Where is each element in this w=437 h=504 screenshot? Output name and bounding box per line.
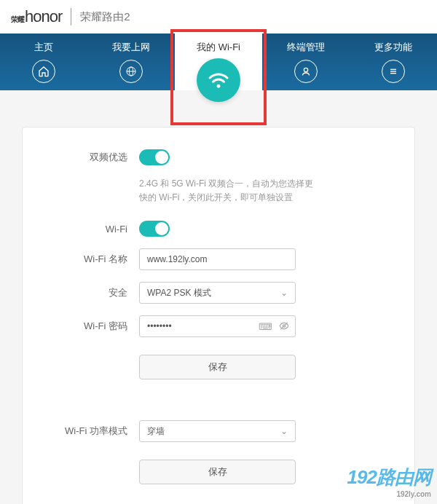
row-save: 保存 [44, 355, 393, 379]
svg-point-4 [304, 68, 307, 71]
product-name: 荣耀路由2 [80, 10, 130, 24]
security-label: 安全 [44, 286, 139, 299]
nav-home[interactable]: 主页 [0, 34, 87, 90]
brand-logo: 荣耀 honor [11, 7, 62, 26]
nav-more[interactable]: 更多功能 [350, 34, 437, 90]
security-select[interactable]: WPA2 PSK 模式 ⌄ [139, 282, 296, 304]
divider [71, 8, 71, 25]
nav-bar: 主页 我要上网 我的 Wi-Fi 终端管理 更多功能 [0, 34, 437, 90]
brand-prefix: 荣耀 [11, 16, 24, 23]
nav-devices[interactable]: 终端管理 [262, 34, 350, 90]
row-save2: 保存 [44, 460, 393, 484]
home-icon [32, 60, 55, 83]
save-button[interactable]: 保存 [139, 355, 296, 379]
user-icon [294, 60, 318, 83]
save-button-2[interactable]: 保存 [139, 460, 296, 484]
globe-icon [119, 60, 143, 83]
nav-devices-label: 终端管理 [287, 42, 325, 52]
pwd-label: Wi-Fi 密码 [44, 320, 139, 333]
chevron-down-icon: ⌄ [280, 426, 288, 436]
nav-home-label: 主页 [34, 42, 53, 52]
nav-wifi-label: 我的 Wi-Fi [197, 42, 240, 52]
row-dualband-desc: 2.4G 和 5G Wi-Fi 双频合一，自动为您选择更快的 Wi-Fi，关闭此… [44, 177, 393, 221]
security-value: WPA2 PSK 模式 [147, 287, 211, 299]
row-dualband: 双频优选 [44, 149, 393, 165]
svg-point-3 [217, 84, 221, 88]
power-label: Wi-Fi 功率模式 [44, 425, 139, 438]
row-wifi-switch: Wi-Fi [44, 221, 393, 237]
power-value: 穿墙 [147, 425, 165, 438]
settings-panel: 双频优选 2.4G 和 5G Wi-Fi 双频合一，自动为您选择更快的 Wi-F… [22, 127, 415, 504]
chevron-down-icon: ⌄ [280, 288, 288, 298]
ssid-input[interactable] [139, 248, 296, 270]
nav-more-label: 更多功能 [374, 42, 412, 52]
power-select[interactable]: 穿墙 ⌄ [139, 420, 296, 442]
nav-wan-label: 我要上网 [112, 42, 150, 52]
header: 荣耀 honor 荣耀路由2 [0, 0, 437, 34]
row-security: 安全 WPA2 PSK 模式 ⌄ [44, 282, 393, 304]
dualband-toggle[interactable] [139, 149, 170, 165]
row-ssid: Wi-Fi 名称 [44, 248, 393, 270]
content: 双频优选 2.4G 和 5G Wi-Fi 双频合一，自动为您选择更快的 Wi-F… [0, 90, 437, 504]
nav-wan[interactable]: 我要上网 [87, 34, 175, 90]
wifi-switch-label: Wi-Fi [44, 224, 139, 235]
wifi-icon [197, 58, 240, 102]
wifi-toggle[interactable] [139, 221, 170, 237]
row-password: Wi-Fi 密码 ⌨ [44, 315, 393, 337]
nav-wifi[interactable]: 我的 Wi-Fi [175, 34, 262, 90]
eye-off-icon[interactable] [278, 321, 290, 332]
dualband-desc: 2.4G 和 5G Wi-Fi 双频合一，自动为您选择更快的 Wi-Fi，关闭此… [139, 177, 314, 205]
keyboard-icon[interactable]: ⌨ [259, 321, 272, 332]
dualband-label: 双频优选 [44, 151, 139, 164]
row-power: Wi-Fi 功率模式 穿墙 ⌄ [44, 420, 393, 442]
menu-icon [382, 60, 405, 83]
ssid-label: Wi-Fi 名称 [44, 253, 139, 266]
brand-text: honor [25, 7, 62, 26]
